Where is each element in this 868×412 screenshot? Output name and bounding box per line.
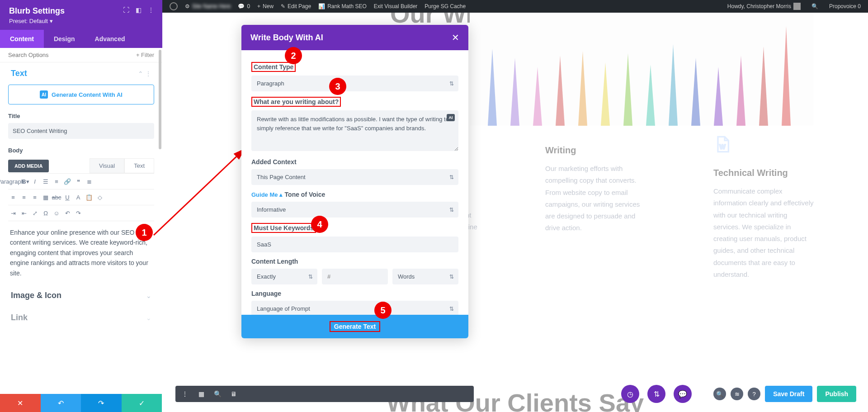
purge-cache[interactable]: Purge SG Cache xyxy=(421,0,469,13)
callout-5: 5 xyxy=(374,302,392,319)
strike-icon[interactable]: abc xyxy=(52,192,61,202)
svg-text:W: W xyxy=(720,143,726,150)
keywords-label: Must Use Keywords xyxy=(251,223,316,233)
length-mode-select[interactable]: Exactly xyxy=(251,269,317,284)
history-icon[interactable]: ◷ xyxy=(621,385,639,403)
bullet-list-icon[interactable]: ☰ xyxy=(41,176,51,186)
rank-math[interactable]: 📊Rank Math SEO xyxy=(315,0,370,13)
number-list-icon[interactable]: ≡ xyxy=(52,176,61,186)
keywords-input[interactable] xyxy=(251,237,458,252)
layers-icon[interactable]: ≋ xyxy=(731,388,743,400)
tab-design[interactable]: Design xyxy=(44,30,85,48)
zoom-icon[interactable]: 🔍 xyxy=(212,388,223,400)
filter-button[interactable]: + Filter xyxy=(136,52,154,58)
about-textarea[interactable] xyxy=(251,110,458,151)
publish-button[interactable]: Publish xyxy=(817,386,856,402)
editor-tab-visual[interactable]: Visual xyxy=(90,158,124,173)
content-type-select[interactable]: Paragraph xyxy=(251,76,458,91)
italic-icon[interactable]: I xyxy=(30,176,40,186)
clear-icon[interactable]: ◇ xyxy=(95,192,105,202)
howdy-user[interactable]: Howdy, Christopher Morris xyxy=(724,0,804,13)
undo-button[interactable]: ↶ xyxy=(41,394,81,412)
more-icon[interactable]: ⋮ xyxy=(148,6,154,14)
edit-page[interactable]: ✎Edit Page xyxy=(277,0,315,13)
context-select[interactable]: This Page Content xyxy=(251,169,458,185)
section-link-toggle[interactable]: Link ⌄ xyxy=(8,307,154,329)
title-input[interactable] xyxy=(8,123,154,139)
section-image-toggle[interactable]: Image & Icon ⌄ xyxy=(8,284,154,307)
guide-me-toggle[interactable]: Guide Me ▴ xyxy=(251,191,283,198)
editor-tab-text[interactable]: Text xyxy=(124,158,154,173)
more-icon[interactable]: ⋮ xyxy=(179,388,191,400)
help-icon[interactable]: ? xyxy=(748,388,760,400)
desktop-icon[interactable]: 🖥 xyxy=(228,388,240,400)
search-icon[interactable]: 🔍 xyxy=(713,388,726,400)
module-settings-panel: Blurb Settings Preset: Default ▾ ⛶ ◧ ⋮ C… xyxy=(0,0,162,412)
body-editor[interactable]: Enhance your online presence with our SE… xyxy=(8,221,154,284)
generate-content-button[interactable]: AI Generate Content With AI xyxy=(8,85,154,104)
close-icon[interactable]: ✕ xyxy=(452,32,459,43)
comments[interactable]: 💬0 xyxy=(234,0,254,13)
hero-image xyxy=(470,13,813,126)
underline-icon[interactable]: U xyxy=(62,192,72,202)
format-select[interactable]: Paragraph ▾ xyxy=(8,176,18,186)
callout-2: 2 xyxy=(285,47,302,64)
redo-icon[interactable]: ↷ xyxy=(73,208,83,218)
section-text-toggle[interactable]: Text ⌃ ⋮ xyxy=(8,62,154,85)
more-icon[interactable]: ⋮ xyxy=(145,70,151,77)
search-input[interactable] xyxy=(8,52,80,58)
scrollbar[interactable] xyxy=(159,50,161,344)
color-icon[interactable]: A xyxy=(73,192,83,202)
ai-icon[interactable]: AI xyxy=(447,114,455,121)
tab-content[interactable]: Content xyxy=(0,30,44,48)
tab-advanced[interactable]: Advanced xyxy=(85,30,135,48)
propovoice[interactable]: Propovoice 0 xyxy=(826,0,864,13)
emoji-icon[interactable]: ☺ xyxy=(52,208,61,218)
omega-icon[interactable]: Ω xyxy=(41,208,51,218)
swap-icon[interactable]: ⇅ xyxy=(647,385,665,403)
undo-icon[interactable]: ↶ xyxy=(62,208,72,218)
ai-icon: AI xyxy=(40,90,48,99)
callout-4: 4 xyxy=(311,216,328,233)
wp-logo[interactable] xyxy=(166,0,181,13)
wireframe-icon[interactable]: ▦ xyxy=(195,388,207,400)
length-unit-select[interactable]: Words xyxy=(392,269,458,284)
redo-button[interactable]: ↷ xyxy=(81,394,122,412)
length-number-input[interactable] xyxy=(322,269,388,284)
quote-icon[interactable]: ❝ xyxy=(73,176,83,186)
save-draft-button[interactable]: Save Draft xyxy=(765,386,812,402)
new-content[interactable]: +New xyxy=(254,0,277,13)
align-right-icon[interactable]: ≡ xyxy=(30,192,40,202)
tone-select[interactable]: Informative xyxy=(251,202,458,218)
paste-icon[interactable]: 📋 xyxy=(84,192,94,202)
title-label: Title xyxy=(8,113,154,119)
language-select[interactable]: Language of Prompt xyxy=(251,301,458,315)
snap-icon[interactable]: ◧ xyxy=(136,6,142,14)
link-icon[interactable]: 🔗 xyxy=(62,176,72,186)
align-icon[interactable]: ≣ xyxy=(84,176,94,186)
search-icon[interactable]: 🔍 xyxy=(808,0,822,13)
align-left-icon[interactable]: ≡ xyxy=(8,192,18,202)
chevron-down-icon: ⌄ xyxy=(146,292,151,299)
indent-icon[interactable]: ⇥ xyxy=(8,208,18,218)
panel-tabs: Content Design Advanced xyxy=(0,30,162,48)
discard-button[interactable]: ✕ xyxy=(0,394,41,412)
length-label: Content Length xyxy=(251,258,298,265)
content-type-label: Content Type xyxy=(251,62,296,72)
table-icon[interactable]: ▦ xyxy=(41,192,51,202)
expand-icon[interactable]: ⛶ xyxy=(123,6,129,14)
avatar xyxy=(793,3,801,10)
save-button[interactable]: ✓ xyxy=(122,394,162,412)
bold-icon[interactable]: B xyxy=(19,176,29,186)
tone-label: Tone of Voice xyxy=(285,191,326,198)
preset-selector[interactable]: Preset: Default ▾ xyxy=(9,18,153,24)
chat-icon[interactable]: 💬 xyxy=(674,385,692,403)
outdent-icon[interactable]: ⇤ xyxy=(19,208,29,218)
site-name[interactable]: ⚙Site Name Here xyxy=(181,0,234,13)
align-center-icon[interactable]: ≡ xyxy=(19,192,29,202)
expand-icon[interactable]: ⤢ xyxy=(30,208,40,218)
exit-visual-builder[interactable]: Exit Visual Builder xyxy=(370,0,421,13)
generate-text-button[interactable]: Generate Text xyxy=(241,315,468,338)
add-media-button[interactable]: ADD MEDIA xyxy=(8,160,49,172)
modal-title: Write Body With AI xyxy=(250,33,323,43)
